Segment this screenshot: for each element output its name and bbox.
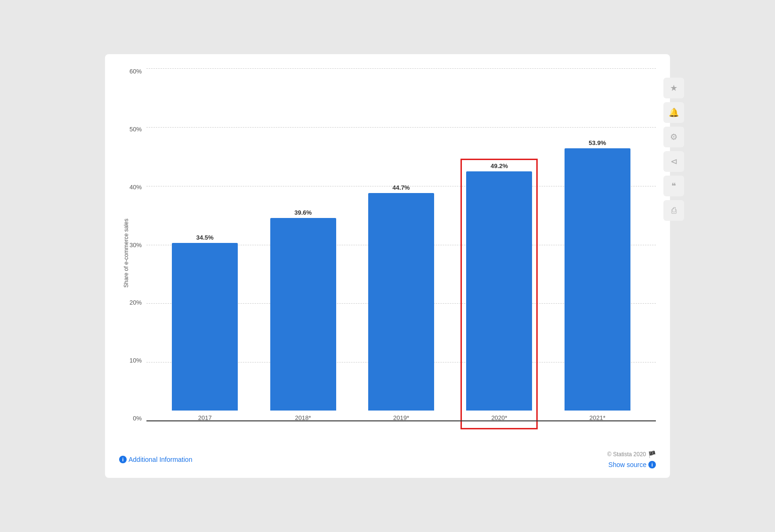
print-icon[interactable]: ⎙ — [663, 200, 684, 221]
additional-info-label: Additional Information — [129, 456, 192, 463]
y-tick: 20% — [129, 299, 142, 306]
chart-area: Share of e-commerce sales 0%10%20%30%40%… — [119, 68, 656, 438]
bar — [368, 193, 434, 411]
bar-group: 34.5%2017 — [172, 234, 238, 422]
bar-group: 44.7%2019* — [368, 184, 434, 421]
y-tick: 0% — [129, 415, 142, 421]
copyright-text: © Statista 2020 — [607, 451, 646, 458]
y-axis-label: Share of e-commerce sales — [119, 68, 129, 438]
show-source-label: Show source — [608, 461, 646, 468]
plot-area: 34.5%201739.6%2018*44.7%2019*49.2%2020*5… — [146, 68, 656, 438]
bell-icon[interactable]: 🔔 — [663, 102, 684, 123]
bar-value-label: 44.7% — [393, 184, 410, 191]
y-tick: 30% — [129, 242, 142, 248]
y-tick: 50% — [129, 126, 142, 132]
bar — [565, 148, 630, 411]
bar-group: 53.9%2021* — [565, 139, 630, 421]
bar — [466, 171, 532, 411]
bar-wrapper: 34.5% — [172, 234, 238, 411]
bar-value-label: 49.2% — [491, 162, 508, 169]
bar — [270, 218, 336, 411]
flag-icon: 🏴 — [648, 451, 656, 458]
bar-wrapper: 39.6% — [270, 209, 336, 411]
bar-wrapper: 49.2% — [466, 162, 532, 411]
bar-group: 49.2%2020* — [466, 162, 532, 421]
bar-value-label: 53.9% — [589, 139, 606, 146]
bar-value-label: 39.6% — [294, 209, 312, 216]
sidebar-icons: ★🔔⚙⊲❝⎙ — [663, 78, 684, 221]
footer-right: © Statista 2020 🏴 Show source i — [607, 451, 656, 468]
star-icon[interactable]: ★ — [663, 78, 684, 98]
x-axis-line — [146, 420, 656, 421]
footer: i Additional Information © Statista 2020… — [119, 446, 656, 468]
bar-value-label: 34.5% — [196, 234, 214, 241]
bars-container: 34.5%201739.6%2018*44.7%2019*49.2%2020*5… — [146, 68, 656, 421]
bar-wrapper: 44.7% — [368, 184, 434, 411]
bar-wrapper: 53.9% — [565, 139, 630, 411]
y-tick: 60% — [129, 68, 142, 74]
source-info-icon: i — [648, 461, 656, 468]
copyright: © Statista 2020 🏴 — [607, 451, 656, 458]
bar-group: 39.6%2018* — [270, 209, 336, 421]
info-icon: i — [119, 456, 127, 463]
additional-info-button[interactable]: i Additional Information — [119, 456, 192, 463]
chart-with-yaxis: 0%10%20%30%40%50%60% 34.5%201739.6%2018*… — [129, 68, 656, 438]
gear-icon[interactable]: ⚙ — [663, 127, 684, 147]
show-source-button[interactable]: Show source i — [608, 461, 656, 468]
y-tick: 10% — [129, 357, 142, 363]
chart-card: Share of e-commerce sales 0%10%20%30%40%… — [105, 54, 670, 478]
share-icon[interactable]: ⊲ — [663, 151, 684, 172]
bar — [172, 243, 238, 411]
y-ticks: 0%10%20%30%40%50%60% — [129, 68, 146, 438]
y-tick: 40% — [129, 184, 142, 190]
quote-icon[interactable]: ❝ — [663, 176, 684, 196]
